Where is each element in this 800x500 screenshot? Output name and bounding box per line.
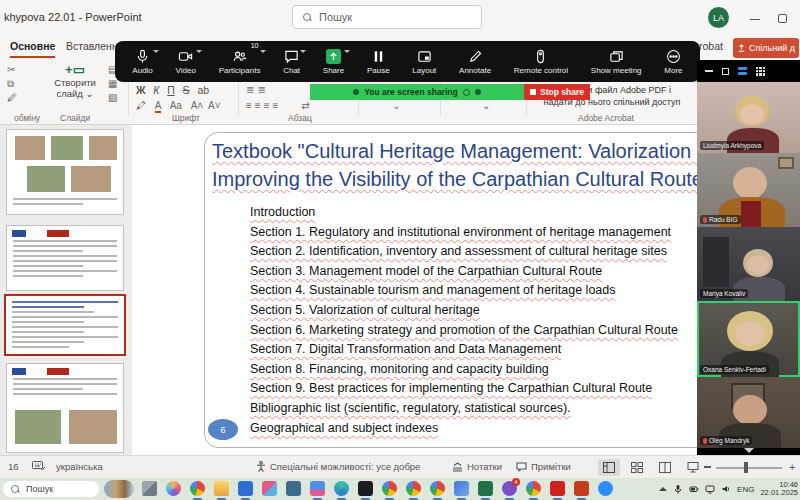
tray-language[interactable]: ENG: [737, 485, 754, 494]
slide-toc-list[interactable]: Introduction Section 1. Regulatory and i…: [250, 205, 697, 440]
viber-icon[interactable]: 4: [502, 481, 517, 496]
align-left-icon[interactable]: ≡: [246, 100, 255, 111]
chrome-icon[interactable]: [406, 481, 421, 496]
slide-thumbnail-1[interactable]: [6, 129, 124, 215]
zoom-out-button[interactable]: [704, 466, 711, 468]
highlight-button[interactable]: 🖍: [136, 100, 146, 111]
comments-toggle[interactable]: Примітки: [516, 461, 571, 472]
chrome-icon[interactable]: [382, 481, 397, 496]
zoom-annotate-button[interactable]: Annotate: [456, 43, 494, 80]
underline-button[interactable]: П: [167, 84, 175, 96]
chrome-icon[interactable]: [526, 481, 541, 496]
account-avatar[interactable]: LA: [708, 7, 729, 28]
shrink-font-button[interactable]: A˅: [208, 100, 221, 111]
minimize-window-button[interactable]: [750, 14, 760, 20]
grow-font-button[interactable]: A˄: [191, 100, 204, 111]
calendar-icon[interactable]: [238, 481, 253, 496]
collapse-videos-button[interactable]: [697, 445, 800, 455]
tab-home[interactable]: Основне: [10, 40, 55, 58]
zoom-slider-handle[interactable]: [744, 462, 748, 473]
tray-mic-icon[interactable]: [673, 484, 683, 494]
notes-toggle[interactable]: Нотатки: [452, 461, 502, 472]
slide-canvas[interactable]: Textbook "Cultural Heritage Management: …: [132, 125, 697, 455]
video-tile-oxana[interactable]: Oxana Senkiv-Fertadi: [697, 301, 800, 377]
video-tile-oleg[interactable]: Oleg Mandryk: [697, 377, 800, 448]
office-share-button[interactable]: Спільний д: [733, 38, 799, 58]
indent-increase-icon[interactable]: ≣: [257, 84, 268, 95]
copilot-icon[interactable]: [166, 481, 181, 496]
strikethrough-button[interactable]: S: [183, 84, 190, 96]
video-tile-liudmyla[interactable]: Liudmyla Arkhypova: [697, 82, 800, 153]
panel-grid-layout-icon[interactable]: [756, 67, 765, 76]
acrobat-icon[interactable]: [550, 481, 565, 496]
bold-button[interactable]: Ж: [136, 84, 146, 96]
text-direction-icon[interactable]: ⇄: [301, 100, 312, 111]
char-spacing-button[interactable]: ab: [197, 84, 209, 96]
zoom-slider-track[interactable]: [716, 467, 782, 469]
align-center-icon[interactable]: ≡: [255, 100, 264, 111]
italic-button[interactable]: К: [153, 84, 159, 96]
panel-strip-layout-icon[interactable]: [738, 67, 747, 75]
language-indicator[interactable]: українська: [56, 461, 103, 472]
copy-icon[interactable]: ⧉: [7, 78, 14, 90]
drawing-expand-chevron[interactable]: ⌄: [392, 100, 400, 111]
slideshow-view-button[interactable]: [682, 459, 704, 476]
tray-network-icon[interactable]: [705, 484, 715, 494]
photos-icon[interactable]: [262, 481, 277, 496]
video-tile-mariya[interactable]: Mariya Kovaliv: [697, 227, 800, 301]
change-case-button[interactable]: Aa: [170, 100, 182, 111]
justify-icon[interactable]: ≡: [273, 100, 282, 111]
slide-thumbnail-2[interactable]: [6, 225, 124, 291]
excel-icon[interactable]: [478, 481, 493, 496]
slide-section-icon[interactable]: ▧: [108, 92, 117, 103]
normal-view-button[interactable]: [598, 459, 620, 476]
maximize-window-button[interactable]: [778, 14, 787, 23]
search-doodle-icon[interactable]: [104, 480, 134, 498]
paint-icon[interactable]: [310, 481, 325, 496]
tray-clock[interactable]: 10:46 22.01.2025: [760, 481, 798, 498]
cut-icon[interactable]: ✂: [7, 64, 15, 75]
font-color-button[interactable]: A: [155, 100, 161, 113]
zoom-in-button[interactable]: +: [789, 461, 795, 473]
slide-reset-icon[interactable]: ▦: [108, 78, 117, 89]
align-right-icon[interactable]: ≡: [264, 100, 273, 111]
slide-thumbnail-4[interactable]: [6, 363, 124, 453]
zoom-pause-button[interactable]: Pause: [364, 43, 393, 80]
calculator-icon[interactable]: [286, 481, 301, 496]
indent-decrease-icon[interactable]: ≣: [246, 84, 257, 95]
editing-expand-chevron[interactable]: ⌄: [482, 100, 490, 111]
zoom-audio-button[interactable]: Audio: [129, 43, 155, 80]
edge-icon[interactable]: [334, 481, 349, 496]
tray-battery-icon[interactable]: [689, 484, 699, 494]
format-painter-icon[interactable]: 🖉: [7, 92, 17, 103]
powerpoint-icon[interactable]: [574, 481, 589, 496]
office-search-box[interactable]: Пошук: [292, 5, 482, 29]
zoom-app-icon[interactable]: [598, 481, 613, 496]
accessibility-status[interactable]: Спеціальні можливості: усе добре: [256, 461, 420, 472]
zoom-participants-button[interactable]: 10 Participants: [216, 43, 264, 80]
chrome-icon[interactable]: [430, 481, 445, 496]
tray-chevron-icon[interactable]: [659, 487, 667, 491]
zoom-remote-control-button[interactable]: Remote control: [511, 43, 571, 80]
dark-app-icon[interactable]: [358, 481, 373, 496]
tray-speaker-icon[interactable]: [721, 484, 731, 494]
zoom-more-button[interactable]: More: [661, 43, 685, 80]
zoom-share-button[interactable]: Share: [320, 43, 347, 80]
tab-acrobat-fragment[interactable]: robat: [699, 40, 723, 52]
slide-sorter-view-button[interactable]: [626, 459, 648, 476]
panel-minimize-icon[interactable]: [705, 70, 713, 72]
reading-view-button[interactable]: [654, 459, 676, 476]
spellcheck-icon[interactable]: [32, 461, 45, 472]
card-app-icon[interactable]: [454, 481, 469, 496]
slide-title[interactable]: Textbook "Cultural Heritage Management: …: [212, 137, 697, 193]
taskbar-search-box[interactable]: Пошук: [3, 481, 99, 497]
video-tile-radu[interactable]: Radu BIG: [697, 153, 800, 227]
zoom-show-meeting-button[interactable]: Show meeting: [588, 43, 645, 80]
zoom-video-button[interactable]: Video: [173, 43, 199, 80]
chrome-icon[interactable]: [190, 481, 205, 496]
stop-share-button[interactable]: Stop share: [524, 84, 590, 100]
zoom-layout-button[interactable]: Layout: [409, 43, 439, 80]
new-slide-button[interactable]: +▭ Створити слайд ⌄: [46, 62, 104, 99]
task-view-icon[interactable]: [142, 481, 157, 496]
slide-thumbnail-3-selected[interactable]: [4, 294, 126, 356]
